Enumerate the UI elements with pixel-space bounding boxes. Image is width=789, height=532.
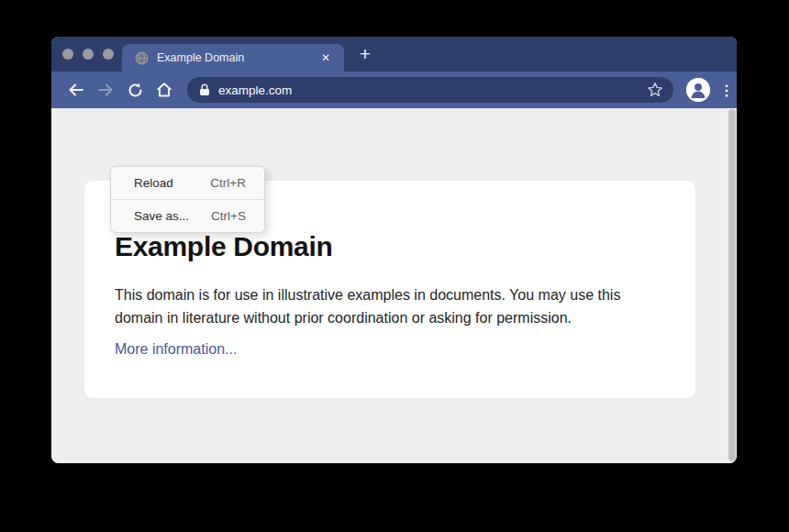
- browser-menu-button[interactable]: ⋮: [719, 78, 734, 102]
- browser-tab[interactable]: Example Domain ✕: [122, 44, 344, 72]
- screenshot-stage: Example Domain ✕ +: [0, 0, 789, 532]
- menu-item-shortcut: Ctrl+S: [211, 209, 246, 223]
- back-button[interactable]: [62, 76, 90, 104]
- reload-button[interactable]: [121, 76, 149, 104]
- back-arrow-icon: [67, 81, 85, 99]
- lock-icon: [199, 83, 210, 96]
- context-menu: Reload Ctrl+R Save as... Ctrl+S: [110, 166, 265, 233]
- traffic-lights: [62, 49, 114, 60]
- browser-window: Example Domain ✕ +: [51, 37, 737, 463]
- reload-icon: [127, 82, 144, 99]
- forward-button[interactable]: [92, 76, 119, 104]
- address-bar[interactable]: example.com: [187, 77, 673, 103]
- new-tab-button[interactable]: +: [350, 39, 380, 69]
- home-button[interactable]: [150, 76, 178, 104]
- close-window-button[interactable]: [62, 49, 73, 60]
- globe-favicon-icon: [135, 51, 149, 65]
- menu-item-label: Save as...: [134, 209, 189, 223]
- window-titlebar: Example Domain ✕ +: [51, 37, 737, 72]
- menu-item-shortcut: Ctrl+R: [210, 176, 246, 190]
- scrollbar-thumb[interactable]: [728, 109, 736, 461]
- page-viewport: Example Domain This domain is for use in…: [51, 108, 737, 463]
- tab-title: Example Domain: [157, 51, 317, 64]
- more-information-link[interactable]: More information...: [115, 341, 237, 358]
- bookmark-star-icon[interactable]: [646, 81, 664, 99]
- page-title: Example Domain: [115, 231, 659, 261]
- context-menu-item-reload[interactable]: Reload Ctrl+R: [111, 167, 264, 199]
- url-text: example.com: [218, 83, 646, 97]
- menu-item-label: Reload: [134, 176, 173, 190]
- maximize-window-button[interactable]: [103, 49, 114, 60]
- context-menu-item-save-as[interactable]: Save as... Ctrl+S: [111, 200, 264, 232]
- forward-arrow-icon: [96, 81, 115, 99]
- person-icon: [686, 78, 710, 102]
- page-paragraph: This domain is for use in illustrative e…: [115, 283, 654, 329]
- browser-toolbar: example.com ⋮: [51, 72, 737, 108]
- profile-avatar[interactable]: [686, 78, 710, 102]
- minimize-window-button[interactable]: [83, 49, 94, 60]
- home-icon: [155, 81, 173, 99]
- tab-close-icon[interactable]: ✕: [317, 50, 335, 66]
- vertical-scrollbar[interactable]: [728, 109, 736, 461]
